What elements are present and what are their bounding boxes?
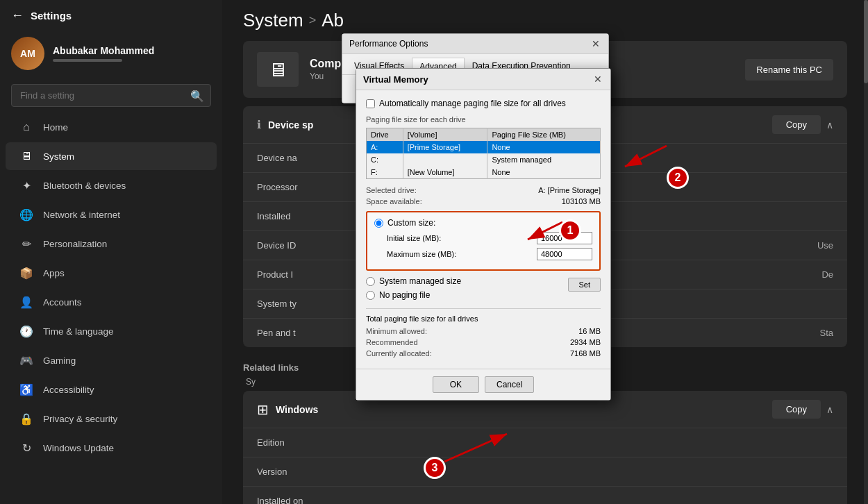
vm-ok-button[interactable]: OK (433, 376, 479, 393)
profile-info: Abubakar Mohammed (53, 45, 154, 62)
sidebar-header: ← Settings (0, 0, 222, 28)
space-available-label: Space available: (366, 197, 422, 205)
sidebar-item-personalization[interactable]: ✏ Personalization (6, 230, 217, 258)
vm-col-drive: Drive (367, 128, 403, 142)
vm-auto-manage-checkbox[interactable] (366, 99, 375, 108)
vm-auto-manage-label: Automatically manage paging file size fo… (379, 99, 566, 108)
device-id-value: Use (817, 240, 833, 251)
pc-icon: 🖥 (257, 52, 299, 87)
sidebar-item-label: Apps (43, 268, 65, 278)
vm-current-alloc-row: Currently allocated: 7168 MB (366, 349, 601, 358)
search-box: 🔍 (11, 84, 211, 107)
windows-specs-panel: ⊞ Windows Copy ∧ Edition Version Install… (243, 391, 847, 504)
back-button[interactable]: ← (11, 8, 24, 23)
vm-min-allowed-label: Minimum allowed: (366, 327, 427, 335)
vm-min-allowed-value: 16 MB (578, 327, 601, 335)
sidebar-item-label: Network & internet (43, 210, 120, 220)
sidebar-item-label: Windows Update (43, 443, 114, 453)
breadcrumb-child: Ab (322, 10, 344, 31)
sidebar-item-label: System (43, 151, 74, 162)
profile-area: AM Abubakar Mohammed (0, 28, 222, 78)
sidebar-item-accounts[interactable]: 👤 Accounts (6, 288, 217, 316)
sidebar-item-privacy[interactable]: 🔒 Privacy & security (6, 405, 217, 432)
profile-name: Abubakar Mohammed (53, 45, 154, 56)
sidebar-item-label: Personalization (43, 239, 107, 249)
update-icon: ↻ (19, 441, 33, 455)
sidebar-item-network[interactable]: 🌐 Network & internet (6, 201, 217, 228)
sidebar-item-bluetooth[interactable]: ✦ Bluetooth & devices (6, 171, 217, 199)
sidebar-item-label: Time & language (43, 326, 114, 337)
windows-logo-icon: ⊞ (257, 401, 269, 418)
drive-a-size: None (487, 141, 601, 153)
selected-drive-row: Selected drive: A: [Prime Storage] (366, 186, 601, 194)
vm-custom-size-radio[interactable] (374, 219, 383, 228)
breadcrumb-arrow: > (309, 13, 317, 28)
vm-close-button[interactable]: ✕ (592, 74, 603, 85)
sidebar-item-label: Accounts (43, 297, 82, 308)
annotation-1: 1 (559, 219, 581, 242)
sidebar-item-label: Accessibility (43, 385, 94, 395)
sidebar-item-home[interactable]: ⌂ Home (6, 113, 217, 141)
vm-col-volume: [Volume] (403, 128, 487, 142)
table-row[interactable]: F: [New Volume] None (367, 166, 601, 179)
sidebar-item-time[interactable]: 🕐 Time & language (6, 317, 217, 345)
vm-no-paging-radio[interactable] (366, 291, 375, 300)
table-row[interactable]: C: System managed (367, 153, 601, 166)
system-icon: 🖥 (19, 149, 33, 163)
vm-system-managed-radio-row: System managed size (366, 276, 461, 286)
sidebar-item-apps[interactable]: 📦 Apps (6, 259, 217, 287)
drive-c-drive: C: (367, 153, 403, 166)
home-icon: ⌂ (19, 120, 33, 134)
table-row[interactable]: A: [Prime Storage] None (367, 141, 601, 153)
vm-drives-table: Drive [Volume] Paging File Size (MB) A: … (366, 128, 601, 179)
accessibility-icon: ♿ (19, 383, 33, 396)
pen-touch-value: Sta (819, 328, 833, 338)
product-id-value: De (821, 269, 833, 280)
vm-initial-size-label: Initial size (MB): (387, 234, 441, 242)
vm-recommended-value: 2934 MB (570, 338, 601, 346)
edition-row: Edition (243, 428, 847, 457)
expand-button-2[interactable]: ∧ (826, 404, 833, 415)
expand-button-1[interactable]: ∧ (826, 119, 833, 131)
scrollbar-track (864, 0, 868, 504)
rename-pc-button[interactable]: Rename this PC (745, 59, 833, 81)
copy-button-2[interactable]: Copy (772, 400, 821, 419)
device-spec-label: Device sp (268, 119, 313, 131)
vm-system-managed-radio[interactable] (366, 277, 375, 286)
perf-dialog-close-button[interactable]: ✕ (590, 38, 601, 49)
installed-on-row: Installed on (243, 487, 847, 504)
pc-sub: You (310, 72, 341, 81)
installed-on-label: Installed on (257, 496, 825, 504)
vm-recommended-label: Recommended (366, 338, 418, 346)
edition-label: Edition (257, 437, 825, 448)
perf-dialog-title-text: Performance Options (349, 39, 428, 49)
search-input[interactable] (11, 84, 211, 107)
sidebar-item-accessibility[interactable]: ♿ Accessibility (6, 376, 217, 403)
sidebar-item-gaming[interactable]: 🎮 Gaming (6, 346, 217, 374)
vm-total-section: Total paging file size for all drives Mi… (366, 308, 601, 358)
version-row: Version (243, 457, 847, 487)
pc-details: Comp You (310, 58, 341, 81)
selected-drive-label: Selected drive: (366, 186, 417, 194)
vm-max-size-input[interactable] (537, 248, 592, 260)
accounts-icon: 👤 (19, 295, 33, 309)
copy-button-1[interactable]: Copy (772, 115, 821, 134)
sidebar-item-system[interactable]: 🖥 System (6, 142, 217, 170)
sidebar-item-label: Privacy & security (43, 414, 117, 424)
personalization-icon: ✏ (19, 237, 33, 251)
sidebar-item-label: Home (43, 122, 68, 133)
space-available-value: 103103 MB (562, 197, 601, 205)
vm-max-size-row: Maximum size (MB): (374, 248, 592, 260)
scrollbar-thumb[interactable] (864, 0, 868, 83)
vm-current-alloc-label: Currently allocated: (366, 349, 432, 358)
vm-min-allowed-row: Minimum allowed: 16 MB (366, 327, 601, 335)
sidebar-item-label: Gaming (43, 355, 76, 366)
vm-titlebar: Virtual Memory ✕ (356, 69, 610, 90)
vm-cancel-button[interactable]: Cancel (485, 376, 534, 393)
vm-set-button[interactable]: Set (568, 278, 601, 292)
vm-total-title: Total paging file size for all drives (366, 314, 601, 323)
drive-c-size: System managed (487, 153, 601, 166)
sidebar-item-update[interactable]: ↻ Windows Update (6, 434, 217, 462)
vm-no-paging-radio-row: No paging file (366, 290, 461, 300)
apps-icon: 📦 (19, 266, 33, 280)
